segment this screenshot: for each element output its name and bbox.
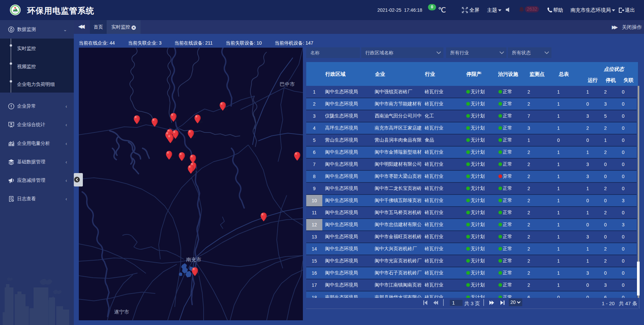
svg-text:遂宁市: 遂宁市 — [114, 309, 129, 315]
svg-text:巴中市: 巴中市 — [280, 81, 295, 87]
svg-text:南充市: 南充市 — [186, 257, 201, 262]
